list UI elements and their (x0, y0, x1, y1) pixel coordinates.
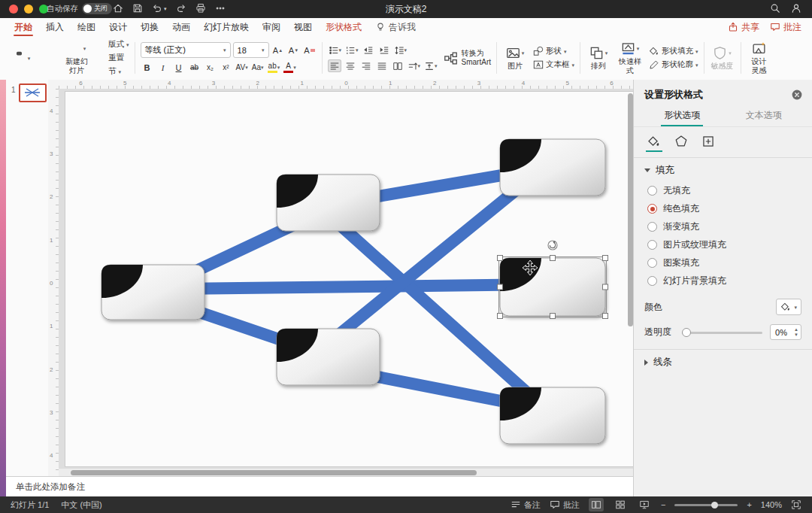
text-direction-button[interactable]: ▾ (407, 59, 422, 72)
format-painter-button[interactable] (39, 52, 53, 65)
clear-formatting-button[interactable]: A (303, 44, 317, 56)
tab-切换[interactable]: 切换 (134, 18, 165, 36)
horizontal-scrollbar[interactable] (71, 470, 477, 475)
minimize-window-button[interactable] (24, 5, 33, 14)
align-text-button[interactable]: ▾ (423, 59, 438, 72)
shape-fill-button[interactable]: 形状填充▾ (649, 46, 698, 56)
rotate-handle[interactable] (548, 241, 557, 250)
character-spacing-button[interactable]: AV▾ (235, 61, 249, 74)
tab-告诉我[interactable]: 告诉我 (368, 18, 423, 36)
tab-开始[interactable]: 开始 (8, 18, 39, 36)
selection-handle[interactable] (498, 284, 503, 290)
shape-outline-button[interactable]: 形状轮廓▾ (649, 59, 698, 70)
columns-button[interactable] (391, 59, 404, 72)
indent-increase-button[interactable] (377, 44, 391, 56)
zoom-in-button[interactable]: + (747, 500, 751, 509)
tab-形状格式[interactable]: 形状格式 (319, 18, 368, 36)
line-spacing-button[interactable]: ▾ (393, 44, 408, 56)
notes-area[interactable]: 单击此处添加备注 (6, 476, 634, 496)
shape-node-bottom-right[interactable] (500, 387, 605, 444)
font-name-combo[interactable]: 等线 (正文)▾ (141, 42, 231, 58)
tab-text-options[interactable]: 文本选项 (743, 109, 785, 126)
underline-button[interactable]: U (172, 61, 186, 74)
highlight-color-button[interactable]: ab▾ (267, 61, 281, 74)
superscript-button[interactable]: x² (220, 61, 233, 74)
slideshow-button[interactable] (637, 498, 652, 511)
tab-插入[interactable]: 插入 (39, 18, 71, 36)
notes-toggle-button[interactable]: 备注 (511, 499, 541, 511)
redo-button[interactable] (176, 3, 186, 14)
transparency-slider-knob[interactable] (682, 328, 691, 337)
numbering-button[interactable]: ▾ (344, 44, 359, 56)
account-button[interactable] (791, 3, 801, 14)
radio-icon[interactable] (647, 276, 657, 286)
fill-option-幻灯片背景填充[interactable]: 幻灯片背景填充 (647, 275, 812, 287)
subscript-button[interactable]: x₂ (204, 61, 217, 74)
selection-handle[interactable] (603, 284, 608, 290)
vertical-scrollbar[interactable] (628, 93, 633, 326)
zoom-slider[interactable] (674, 500, 738, 509)
selection-handle[interactable] (498, 314, 503, 319)
fill-option-无填充[interactable]: 无填充 (647, 184, 812, 197)
radio-icon[interactable] (647, 240, 657, 250)
align-center-button[interactable] (344, 59, 357, 72)
shape-node-top-right[interactable] (500, 139, 605, 196)
bold-button[interactable]: B (141, 61, 154, 74)
color-picker-button[interactable]: ▾ (776, 299, 801, 315)
align-left-button[interactable] (328, 59, 341, 72)
align-justify-button[interactable] (375, 59, 389, 72)
layout-button[interactable]: 版式▾ (95, 39, 129, 50)
comments-status-button[interactable]: 批注 (550, 499, 580, 511)
fill-option-纯色填充[interactable]: 纯色填充 (647, 202, 812, 215)
slide[interactable] (65, 92, 634, 466)
fill-line-tab[interactable] (647, 135, 661, 152)
quick-styles-button[interactable]: ▾ 快速样式 (617, 41, 644, 74)
italic-button[interactable]: I (156, 61, 170, 74)
slide-thumbnail[interactable] (19, 83, 47, 102)
change-case-button[interactable]: Aa▾ (251, 61, 265, 74)
radio-icon[interactable] (647, 222, 657, 232)
effects-tab[interactable] (674, 135, 688, 152)
slide-sorter-view-button[interactable] (613, 498, 628, 511)
tab-视图[interactable]: 视图 (287, 18, 319, 36)
reset-button[interactable]: 重置 (95, 53, 129, 63)
radio-icon[interactable] (647, 258, 657, 268)
radio-selected-icon[interactable] (647, 204, 657, 214)
fill-option-图片或纹理填充[interactable]: 图片或纹理填充 (647, 238, 812, 251)
align-right-button[interactable] (359, 59, 373, 72)
transparency-stepper[interactable]: 0% ▲▼ (770, 324, 801, 340)
selection-handle[interactable] (603, 256, 608, 261)
zoom-percentage[interactable]: 140% (761, 500, 782, 509)
selection-handle[interactable] (603, 314, 608, 319)
more-commands-button[interactable] (215, 3, 226, 14)
comments-toggle-button[interactable]: 批注 (770, 21, 801, 34)
section-button[interactable]: 节▾ (95, 66, 129, 77)
shapes-button[interactable]: 形状▾ (533, 46, 574, 56)
line-section-header[interactable]: 线条 (634, 350, 812, 375)
sensitivity-button[interactable]: ▾ 敏感度 (710, 46, 735, 71)
share-button[interactable]: 共享 (728, 21, 759, 34)
selection-handle[interactable] (498, 256, 503, 261)
fill-section-header[interactable]: 填充 (634, 158, 812, 183)
font-size-combo[interactable]: 18▾ (233, 42, 269, 58)
close-pane-icon[interactable] (791, 89, 803, 101)
selection-handle[interactable] (550, 314, 556, 319)
save-button[interactable] (132, 3, 143, 14)
search-button[interactable] (770, 3, 780, 14)
convert-to-smartart-button[interactable]: 转换为 SmartArt (444, 49, 491, 67)
shape-node-middle-right[interactable] (500, 258, 605, 316)
shape-node-upper-middle[interactable] (277, 175, 380, 231)
strikethrough-button[interactable]: ab (188, 61, 201, 74)
increase-font-button[interactable]: A▲ (271, 44, 285, 56)
transparency-slider[interactable] (682, 327, 762, 338)
radio-icon[interactable] (647, 186, 657, 196)
tab-动画[interactable]: 动画 (165, 18, 197, 36)
tab-设计[interactable]: 设计 (102, 18, 134, 36)
zoom-slider-knob[interactable] (711, 502, 718, 508)
font-color-button[interactable]: A▾ (283, 61, 297, 74)
bullets-button[interactable]: ▾ (328, 44, 343, 56)
shape-node-middle-left[interactable] (102, 265, 205, 320)
selection-handle[interactable] (550, 256, 556, 261)
fill-option-渐变填充[interactable]: 渐变填充 (647, 220, 812, 233)
print-button[interactable] (195, 3, 206, 14)
